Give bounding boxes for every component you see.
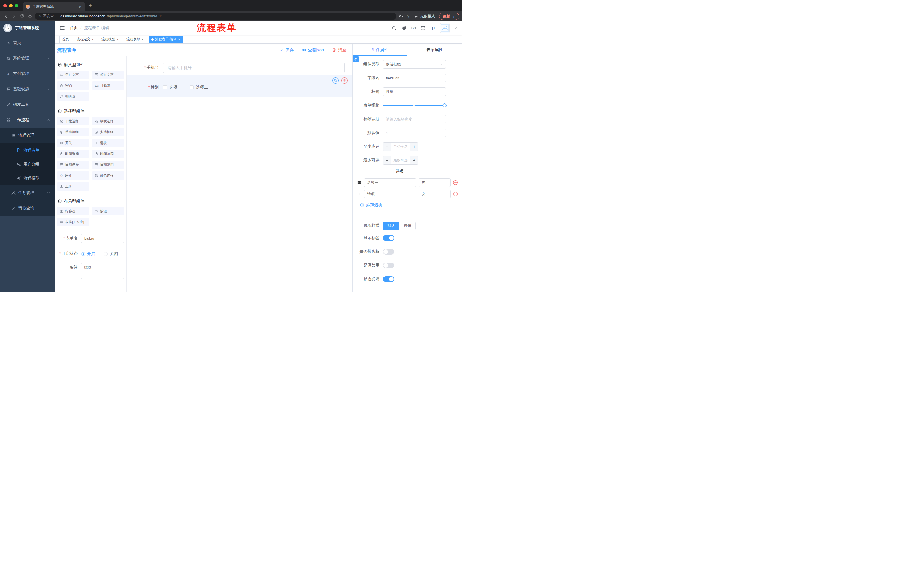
- sidebar-item-process-management[interactable]: 流程管理: [0, 128, 55, 143]
- label-width-input[interactable]: [383, 115, 446, 123]
- sidebar-item-home[interactable]: 首页: [0, 35, 55, 51]
- component-chip-cascader[interactable]: 级联选择: [92, 117, 124, 125]
- tag-close-icon[interactable]: ×: [117, 38, 119, 41]
- add-option-button[interactable]: 添加选项: [360, 202, 382, 207]
- sidebar-item-leave-query[interactable]: 请假查询: [0, 201, 55, 216]
- copy-widget-button[interactable]: [332, 77, 339, 84]
- tag-process-model[interactable]: 流程模型×: [99, 36, 121, 43]
- tag-process-form-edit[interactable]: 流程表单-编辑×: [148, 36, 183, 43]
- drag-handle-icon[interactable]: [357, 192, 361, 196]
- home-icon[interactable]: [27, 13, 33, 20]
- status-on-radio[interactable]: 开启: [81, 252, 95, 257]
- component-chip-date-range[interactable]: 日期范围: [92, 161, 124, 169]
- clear-button[interactable]: 清空: [332, 48, 346, 53]
- tab-close-icon[interactable]: ×: [78, 4, 82, 9]
- tag-close-icon[interactable]: ×: [178, 38, 180, 41]
- sidebar-item-process-form[interactable]: 流程表单: [0, 143, 55, 157]
- option1-value-input[interactable]: [419, 178, 450, 187]
- delete-widget-button[interactable]: [342, 77, 348, 84]
- increase-icon[interactable]: +: [410, 156, 418, 164]
- key-icon[interactable]: [398, 14, 404, 18]
- component-chip-radio-group[interactable]: 单选框组: [57, 128, 89, 136]
- browser-menu-icon[interactable]: ⋮: [452, 14, 456, 18]
- option1-label-input[interactable]: [364, 178, 416, 187]
- sidebar-item-workflow[interactable]: 工作流程: [0, 112, 55, 128]
- fullscreen-icon[interactable]: [420, 25, 426, 31]
- tab-component-props[interactable]: 组件属性: [353, 44, 408, 56]
- decrease-icon[interactable]: −: [383, 143, 391, 151]
- component-chip-time-range[interactable]: 时间范围: [92, 150, 124, 158]
- component-chip-editor[interactable]: 编辑器: [57, 92, 89, 100]
- user-avatar[interactable]: [440, 23, 450, 33]
- reload-icon[interactable]: [19, 13, 25, 20]
- gender-option1-checkbox[interactable]: 选项一: [163, 85, 181, 90]
- logo-area[interactable]: 芋道管理系统: [0, 21, 55, 35]
- slider-thumb[interactable]: [442, 104, 447, 107]
- sidebar-item-infrastructure[interactable]: 基础设施: [0, 81, 55, 97]
- component-chip-multi-line-text[interactable]: 多行文本: [92, 71, 124, 79]
- remove-option-icon[interactable]: [453, 191, 458, 197]
- save-button[interactable]: ✓保存: [280, 48, 294, 53]
- new-tab-button[interactable]: +: [89, 3, 92, 8]
- form-grid-slider[interactable]: [383, 101, 446, 110]
- selected-widget-gender[interactable]: *性别 选项一 选项二: [127, 76, 352, 97]
- status-off-radio[interactable]: 关闭: [104, 252, 118, 257]
- github-icon[interactable]: [401, 25, 407, 31]
- link-badge[interactable]: [353, 56, 358, 62]
- close-window-button[interactable]: [3, 4, 7, 7]
- component-type-select[interactable]: 多选框组: [383, 60, 446, 69]
- tag-close-icon[interactable]: ×: [92, 38, 94, 41]
- component-chip-slider[interactable]: 滑块: [92, 139, 124, 147]
- component-chip-button[interactable]: 按钮: [92, 207, 124, 216]
- font-size-icon[interactable]: TT: [430, 25, 436, 31]
- view-json-button[interactable]: 查看json: [302, 48, 324, 53]
- gender-option2-checkbox[interactable]: 选项二: [190, 85, 208, 90]
- forward-icon[interactable]: [11, 13, 17, 20]
- tag-process-definition[interactable]: 流程定义×: [74, 36, 96, 43]
- search-icon[interactable]: [391, 25, 397, 31]
- browser-update-button[interactable]: 更新 ⋮: [439, 13, 459, 20]
- sidebar-toggle-icon[interactable]: [59, 25, 65, 31]
- component-chip-single-line-text[interactable]: 单行文本: [57, 71, 89, 79]
- remark-textarea[interactable]: 嘿嘿: [81, 263, 124, 279]
- component-chip-row-container[interactable]: 行容器: [57, 207, 89, 216]
- avatar-caret-icon[interactable]: [454, 26, 457, 30]
- sidebar-item-task-management[interactable]: 任务管理: [0, 185, 55, 201]
- back-icon[interactable]: [3, 13, 9, 20]
- required-toggle[interactable]: [383, 276, 394, 282]
- min-select-value[interactable]: 至少应选: [391, 143, 410, 151]
- tag-close-icon[interactable]: ×: [142, 38, 144, 41]
- component-chip-password[interactable]: 密码: [57, 81, 89, 90]
- form-name-input[interactable]: [81, 234, 124, 243]
- increase-icon[interactable]: +: [410, 143, 418, 151]
- show-label-toggle[interactable]: [383, 235, 394, 241]
- sidebar-item-payment[interactable]: ¥ 支付管理: [0, 66, 55, 81]
- border-toggle[interactable]: [383, 249, 394, 255]
- help-icon[interactable]: ?: [411, 26, 416, 30]
- max-select-value[interactable]: 最多可选: [391, 156, 410, 164]
- style-default-button[interactable]: 默认: [383, 222, 399, 230]
- component-chip-switch[interactable]: 开关: [57, 139, 89, 147]
- default-value-input[interactable]: [383, 128, 446, 137]
- component-chip-counter[interactable]: 123计数器: [92, 81, 124, 90]
- component-chip-checkbox-group[interactable]: 多选框组: [92, 128, 124, 136]
- component-chip-date-picker[interactable]: 日期选择: [57, 161, 89, 169]
- field-name-input[interactable]: [383, 74, 446, 82]
- component-chip-table[interactable]: 表格[开发中]: [57, 218, 89, 226]
- sidebar-item-user-group[interactable]: 用户分组: [0, 157, 55, 171]
- title-input[interactable]: [383, 87, 446, 96]
- sidebar-item-dev-tools[interactable]: 研发工具: [0, 97, 55, 112]
- breadcrumb-home[interactable]: 首页: [70, 25, 78, 31]
- zoom-window-button[interactable]: [15, 4, 18, 7]
- option2-value-input[interactable]: [419, 190, 450, 198]
- browser-tab[interactable]: 芋道管理系统 ×: [23, 2, 85, 12]
- minimize-window-button[interactable]: [9, 4, 13, 7]
- decrease-icon[interactable]: −: [383, 156, 391, 164]
- sidebar-item-process-model[interactable]: 流程模型: [0, 171, 55, 185]
- component-chip-select[interactable]: 下拉选择: [57, 117, 89, 125]
- component-chip-time-picker[interactable]: 时间选择: [57, 150, 89, 158]
- component-chip-color-picker[interactable]: 颜色选择: [92, 171, 124, 180]
- option2-label-input[interactable]: [364, 190, 416, 198]
- address-bar[interactable]: ⚠ 不安全 dashboard.yudao.iocoder.cn/bpm/man…: [35, 13, 396, 20]
- tag-process-form[interactable]: 流程表单×: [124, 36, 146, 43]
